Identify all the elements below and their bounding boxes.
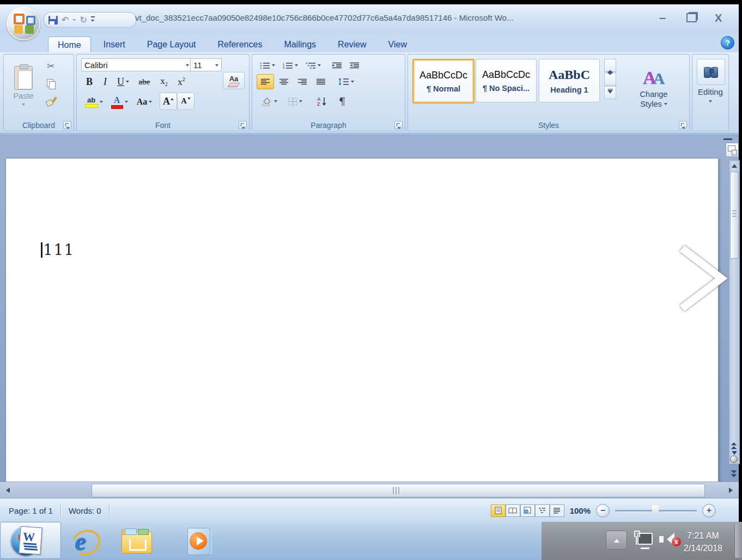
font-color-button[interactable]: A [107,93,131,111]
numbering-button[interactable]: 123 [279,58,301,73]
copy-button[interactable] [42,76,59,90]
media-player-icon[interactable] [183,525,215,557]
office-button[interactable] [7,7,40,40]
print-layout-view-button[interactable] [491,504,506,517]
draft-view-button[interactable] [550,504,564,517]
undo-dropdown-icon[interactable] [72,19,76,23]
borders-button[interactable] [283,93,308,110]
underline-button[interactable]: U [113,74,133,89]
zoom-out-button[interactable]: − [596,504,610,518]
styles-scroll-down-button[interactable] [604,72,616,86]
windows-explorer-icon[interactable] [121,525,153,557]
style-no-spacing[interactable]: AaBbCcDc ¶ No Spaci... [476,59,537,102]
show-hidden-icons-button[interactable] [606,531,627,550]
internet-explorer-icon[interactable]: e [69,525,100,557]
paragraph-dialog-launcher[interactable] [394,121,403,129]
next-page-button[interactable] [729,467,739,479]
scroll-right-button[interactable] [725,484,738,497]
strikethrough-button[interactable]: abe [133,74,155,89]
web-layout-view-button[interactable] [520,504,535,517]
line-spacing-button[interactable] [334,74,358,89]
page-count[interactable]: Page: 1 of 1 [9,506,53,515]
italic-button[interactable]: I [98,74,113,89]
grow-font-button[interactable]: A [160,93,177,110]
increase-indent-button[interactable] [346,58,363,73]
vertical-scroll-thumb[interactable] [730,172,739,259]
scroll-left-button[interactable] [1,484,14,497]
find-button[interactable] [697,59,725,85]
subscript-button[interactable]: x2 [155,74,173,89]
tray-clock[interactable]: 7:21 AM 2/14/2018 [684,529,722,555]
clipboard-dialog-launcher[interactable] [63,121,71,129]
view-ruler-button[interactable] [726,143,739,157]
document-page[interactable]: 111 [5,158,719,483]
font-name-select[interactable]: Calibri [81,58,192,71]
font-dialog-launcher[interactable] [239,121,247,129]
help-icon[interactable]: ? [721,36,734,50]
decrease-indent-icon [332,62,342,69]
highlight-button[interactable]: ab [81,93,106,111]
vertical-scrollbar[interactable] [729,160,740,464]
minimize-button[interactable]: – [659,11,666,25]
change-case-button[interactable]: Aa [132,93,156,111]
word-count[interactable]: Words: 0 [69,506,101,515]
style-heading1[interactable]: AaBbC Heading 1 [539,59,600,102]
save-icon[interactable] [48,16,58,25]
scroll-up-button[interactable] [729,161,739,171]
tab-insert[interactable]: Insert [94,36,135,52]
restore-button[interactable] [686,13,697,22]
shading-button[interactable] [257,93,282,110]
change-styles-button[interactable]: AA Change Styles [625,59,683,119]
horizontal-scroll-thumb[interactable] [92,484,705,497]
font-size-select[interactable]: 11 [190,58,222,71]
styles-more-button[interactable] [604,86,616,99]
align-left-button[interactable] [257,74,274,89]
customize-qat-icon[interactable] [91,16,95,23]
decrease-indent-button[interactable] [329,58,346,73]
cut-button[interactable]: ✂ [42,59,59,73]
taskbar-word-button[interactable]: W [0,522,61,559]
redo-icon[interactable]: ↻ [80,16,87,25]
shrink-font-button[interactable]: A [177,93,194,110]
tab-mailings[interactable]: Mailings [275,36,325,52]
horizontal-scrollbar[interactable] [0,482,739,498]
bold-button[interactable]: B [81,74,98,89]
document-text-line: 111 [41,241,75,258]
tab-page-layout[interactable]: Page Layout [138,36,205,52]
align-right-button[interactable] [294,74,311,89]
styles-dialog-launcher[interactable] [679,121,687,129]
paste-button[interactable]: Paste [7,58,40,115]
close-button[interactable]: X [715,12,722,25]
zoom-level[interactable]: 100% [570,506,591,515]
tab-view[interactable]: View [379,36,416,52]
tab-references[interactable]: References [209,36,272,52]
bullets-button[interactable] [257,58,278,73]
format-painter-button[interactable] [42,94,59,109]
zoom-slider[interactable] [615,505,697,516]
minimize-ribbon-dash[interactable] [723,138,732,140]
editing-label-wrap[interactable]: Editing [692,87,728,106]
fullscreen-reading-view-button[interactable] [506,504,520,517]
superscript-button[interactable]: x2 [173,74,190,89]
network-icon[interactable] [633,531,653,549]
next-page-chevron-icon[interactable] [677,244,731,313]
select-browse-object-button[interactable] [729,454,739,464]
previous-page-button[interactable] [729,440,739,452]
tab-home[interactable]: Home [48,36,91,53]
multilevel-list-button[interactable] [302,58,324,73]
styles-gallery-scroll [604,59,616,100]
align-center-button[interactable] [275,74,293,89]
show-desktop-button[interactable] [734,524,742,558]
undo-icon[interactable]: ↶ [62,16,69,25]
show-paragraph-marks-button[interactable]: ¶ [333,93,351,110]
sort-button[interactable]: AZ [312,93,332,110]
zoom-in-button[interactable]: + [702,504,716,518]
justify-button[interactable] [312,74,330,89]
tab-review[interactable]: Review [329,36,375,52]
style-normal[interactable]: AaBbCcDc ¶ Normal [412,59,475,104]
zoom-slider-thumb[interactable] [652,506,659,515]
clear-formatting-button[interactable]: Aa [223,72,245,89]
volume-muted-icon[interactable]: x [659,531,681,549]
styles-scroll-up-button[interactable] [604,59,616,72]
outline-view-button[interactable] [535,504,550,517]
